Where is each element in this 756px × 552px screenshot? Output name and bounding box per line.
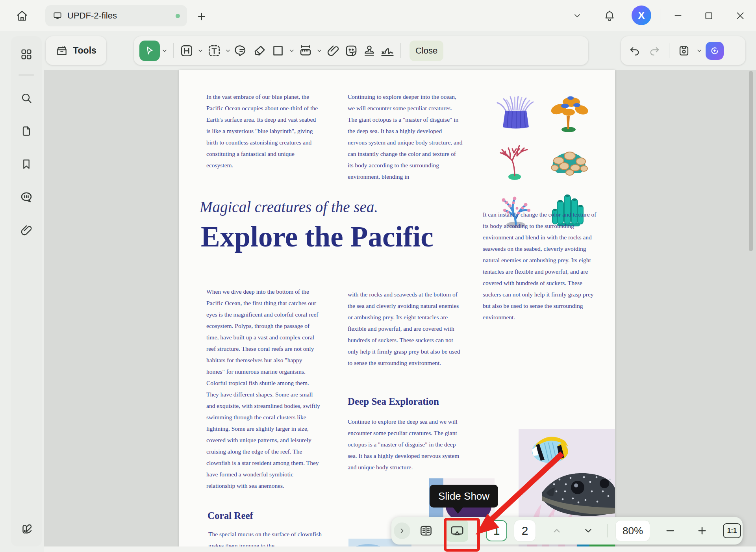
- attachments-panel-icon: [20, 224, 33, 237]
- zoom-in-button[interactable]: [693, 522, 711, 539]
- text-tool-chevron[interactable]: [223, 46, 233, 56]
- next-page-button[interactable]: [580, 524, 597, 538]
- shape-tool-icon: [271, 44, 285, 58]
- chevron-down-icon: [225, 48, 231, 54]
- comment-tool-button[interactable]: [233, 42, 251, 60]
- shape-tool-button[interactable]: [269, 42, 287, 60]
- paragraph-coral-ecosystem: When we dive deep into the bottom of the…: [206, 286, 321, 491]
- highlighter-tool-button[interactable]: [251, 42, 269, 60]
- text-tool-button[interactable]: [205, 42, 223, 60]
- heading-coral-reef: Coral Reef: [208, 510, 253, 521]
- heading-tool-chevron[interactable]: [196, 46, 205, 56]
- window-close-button[interactable]: [732, 7, 749, 24]
- attachment-tool-icon: [326, 44, 340, 58]
- left-sidebar: [11, 36, 42, 546]
- sidebar-item-search[interactable]: [16, 88, 37, 108]
- annotation-highlight-rectangle: [444, 518, 480, 552]
- sidebar-item-grid[interactable]: [16, 44, 37, 65]
- text-tool-icon: [207, 44, 221, 58]
- scrollbar-thumb[interactable]: [749, 71, 753, 251]
- sidebar-item-attachments[interactable]: [16, 220, 37, 241]
- home-icon: [15, 9, 29, 22]
- new-tab-icon: [196, 11, 207, 22]
- redo-button[interactable]: [645, 42, 663, 60]
- chevron-down-icon: [197, 48, 204, 54]
- close-icon: [735, 11, 745, 21]
- heading-deep-sea: Deep Sea Exploration: [348, 396, 439, 407]
- sidebar-item-pages[interactable]: [16, 121, 37, 141]
- ai-assistant-button[interactable]: [706, 42, 724, 60]
- measure-tool-icon: [298, 44, 313, 58]
- paragraph-octopus-suckers: with the rocks and seaweeds at the botto…: [348, 289, 464, 369]
- paragraph-deep-sea: Continue to explore the deep sea and we …: [348, 416, 466, 473]
- sticker-tool-icon: [344, 44, 358, 58]
- redo-icon: [648, 44, 661, 57]
- save-icon: [677, 44, 691, 57]
- doc-subtitle: Magical creatures of the sea.: [200, 198, 378, 216]
- expand-toolbar-button[interactable]: [394, 522, 410, 539]
- two-page-view-icon: [419, 523, 434, 538]
- measure-tool-button[interactable]: [296, 42, 315, 60]
- stamp-tool-button[interactable]: [360, 42, 378, 60]
- slide-show-tooltip: Slide Show: [430, 485, 498, 508]
- palette-icon: [20, 522, 33, 536]
- tab-title: UPDF-2-files: [67, 11, 117, 21]
- minimize-button[interactable]: [669, 7, 687, 24]
- notifications-button[interactable]: [602, 7, 617, 24]
- measure-tool-chevron[interactable]: [315, 46, 324, 56]
- attachment-tool-button[interactable]: [324, 42, 342, 60]
- zoom-level-button[interactable]: 80%: [616, 521, 650, 541]
- coral-image-anemone: [491, 91, 540, 135]
- previous-page-button[interactable]: [548, 524, 565, 538]
- coral-image-orange-tree: [544, 91, 593, 135]
- document-canvas[interactable]: In the vast embrace of our blue planet, …: [44, 70, 756, 552]
- highlighter-tool-icon: [253, 44, 267, 58]
- new-tab-button[interactable]: [194, 9, 209, 24]
- maximize-icon: [704, 11, 714, 21]
- save-chevron[interactable]: [695, 46, 704, 56]
- maximize-button[interactable]: [700, 7, 717, 24]
- sticker-tool-button[interactable]: [342, 42, 360, 60]
- heading-tool-icon: [180, 44, 194, 58]
- ai-assistant-icon: [709, 45, 721, 57]
- chevron-down-icon: [161, 48, 168, 54]
- save-button[interactable]: [675, 42, 693, 60]
- page-1-button[interactable]: 1: [486, 520, 507, 541]
- page-2-label: 2: [522, 524, 528, 537]
- tab-monitor-icon: [52, 11, 63, 21]
- zoom-out-button[interactable]: [662, 522, 679, 539]
- vertical-scrollbar[interactable]: [748, 70, 754, 552]
- stamp-tool-icon: [362, 44, 376, 58]
- paragraph-intro: In the vast embrace of our blue planet, …: [206, 91, 319, 171]
- signature-tool-button[interactable]: [378, 42, 397, 60]
- select-tool-button[interactable]: [139, 41, 160, 61]
- page-1-label: 1: [493, 524, 500, 537]
- close-edit-button[interactable]: Close: [410, 41, 443, 61]
- page-layout-button[interactable]: [417, 522, 435, 539]
- page-2-button[interactable]: 2: [514, 520, 536, 541]
- bookmark-icon: [20, 158, 33, 170]
- tooltip-label: Slide Show: [438, 490, 489, 502]
- heading-tool-button[interactable]: [178, 42, 196, 60]
- undo-icon: [628, 44, 641, 57]
- actual-size-button[interactable]: 1:1: [723, 523, 741, 538]
- home-button[interactable]: [12, 6, 32, 26]
- tools-button[interactable]: Tools: [46, 36, 106, 65]
- page-thumbnails-icon: [20, 125, 33, 137]
- tooltip-pointer: [452, 507, 463, 514]
- avatar[interactable]: X: [632, 6, 651, 25]
- chevron-down-icon: [289, 48, 295, 54]
- sidebar-item-bookmarks[interactable]: [16, 154, 37, 174]
- toolbar-divider: [400, 43, 401, 58]
- unsaved-dot: [176, 14, 180, 18]
- sidebar-item-themes[interactable]: [16, 519, 37, 539]
- pdf-page[interactable]: In the vast embrace of our blue planet, …: [179, 70, 615, 552]
- sidebar-item-comments[interactable]: [16, 187, 37, 207]
- undo-button[interactable]: [626, 42, 644, 60]
- shape-tool-chevron[interactable]: [287, 46, 296, 56]
- account-menu-chevron[interactable]: [570, 9, 584, 23]
- select-tool-chevron[interactable]: [160, 46, 169, 56]
- zoom-in-icon: [697, 525, 708, 536]
- document-tab[interactable]: UPDF-2-files: [45, 5, 187, 26]
- doc-title: Explore the Pacific: [201, 220, 434, 254]
